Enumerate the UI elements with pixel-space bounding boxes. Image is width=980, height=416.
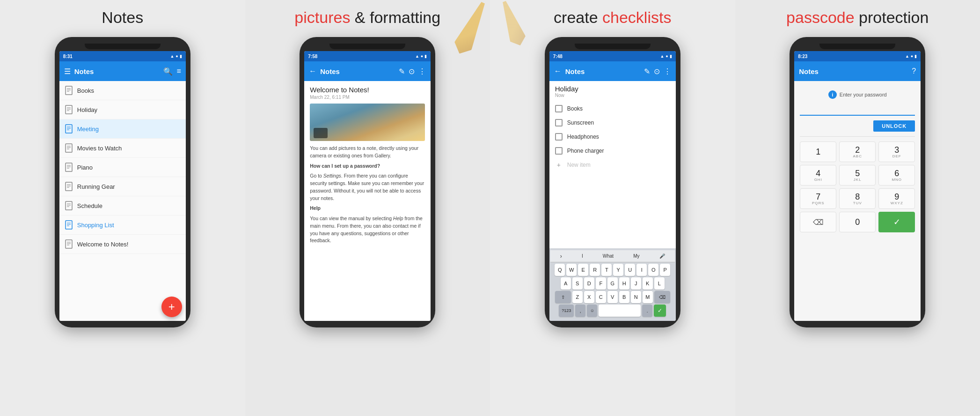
menu-icon-1[interactable]: ☰ [64, 67, 71, 76]
kb-suggest-chevron[interactable]: › [560, 253, 562, 260]
checklist-label-sunscreen: Sunscreen [567, 119, 594, 126]
kb-key-comma[interactable]: , [575, 305, 585, 317]
panel3-title: create checklists [554, 8, 671, 27]
note-item-holiday[interactable]: Holiday [59, 100, 186, 119]
kb-key-space[interactable] [599, 305, 641, 317]
kb-key-emoji[interactable]: ☺ [587, 305, 597, 317]
kb-key-delete[interactable]: ⌫ [654, 291, 670, 303]
kb-key-123[interactable]: ?123 [559, 305, 574, 317]
phone-notch-1 [85, 44, 161, 49]
checkbox-sunscreen[interactable] [555, 119, 563, 126]
back-icon-2[interactable]: ← [309, 67, 316, 75]
kb-key-c[interactable]: C [596, 291, 606, 303]
numpad-key-7[interactable]: 7 PQRS [800, 188, 836, 209]
kb-key-r[interactable]: R [590, 264, 600, 276]
edit-icon-3[interactable]: ✎ [644, 67, 650, 76]
numpad-key-8[interactable]: 8 TUV [839, 188, 876, 209]
kb-key-w[interactable]: W [566, 264, 577, 276]
help-icon-4[interactable]: ? [912, 67, 916, 75]
kb-key-d[interactable]: D [584, 277, 594, 290]
kb-row-2: A S D F G H J K L [550, 277, 675, 290]
kb-key-f[interactable]: F [596, 277, 606, 290]
passcode-input[interactable] [800, 104, 915, 116]
kb-suggest-i[interactable]: I [582, 253, 583, 259]
note-item-books[interactable]: Books [59, 81, 186, 100]
note-item-welcome[interactable]: Welcome to Notes! [59, 235, 186, 254]
numpad-key-1[interactable]: 1 [800, 141, 836, 162]
camera-icon-3[interactable]: ⊙ [654, 67, 660, 76]
numpad-key-9[interactable]: 9 WXYZ [878, 188, 915, 209]
numpad-key-0[interactable]: 0 [839, 212, 876, 232]
search-icon-1[interactable]: 🔍 [163, 67, 173, 76]
numpad-key-check[interactable]: ✓ [878, 212, 915, 232]
numpad-key-3[interactable]: 3 DEF [878, 141, 915, 162]
kb-key-l[interactable]: L [654, 277, 665, 290]
kb-key-period[interactable]: . [642, 305, 652, 317]
fab-add[interactable]: + [161, 297, 182, 317]
note-text-2: Go to Settings. From there you can confi… [310, 172, 425, 202]
unlock-button[interactable]: UNLOCK [873, 120, 915, 132]
kb-key-x[interactable]: X [584, 291, 594, 303]
note-label-movies: Movies to Watch [77, 145, 122, 152]
kb-key-shift[interactable]: ⇧ [555, 291, 571, 303]
kb-key-s[interactable]: S [572, 277, 583, 290]
kb-key-q[interactable]: Q [555, 264, 565, 276]
note-label-holiday: Holiday [77, 106, 97, 113]
kb-key-p[interactable]: P [660, 264, 670, 276]
new-item-row[interactable]: + New item [549, 158, 676, 172]
app-bar-title-3: Notes [565, 67, 640, 75]
numpad-key-6[interactable]: 6 MNO [878, 165, 915, 186]
app-bar-4: Notes ? [794, 61, 921, 81]
kb-suggest-mic[interactable]: 🎤 [659, 253, 665, 259]
camera-icon-2[interactable]: ⊙ [409, 67, 415, 76]
kb-key-y[interactable]: Y [613, 264, 623, 276]
edit-icon-2[interactable]: ✎ [399, 67, 405, 76]
note-item-meeting[interactable]: Meeting [59, 119, 186, 139]
checklist-item-phone-charger[interactable]: Phone charger [549, 144, 676, 158]
phone-notch-3 [575, 44, 651, 49]
numpad-key-delete[interactable]: ⌫ [800, 212, 836, 232]
kb-key-h[interactable]: H [619, 277, 629, 290]
kb-key-u[interactable]: U [625, 264, 635, 276]
numpad-key-2[interactable]: 2 ABC [839, 141, 876, 162]
kb-key-o[interactable]: O [648, 264, 658, 276]
checklist-item-sunscreen[interactable]: Sunscreen [549, 116, 676, 130]
note-item-piano[interactable]: Piano [59, 158, 186, 177]
kb-key-g[interactable]: G [607, 277, 618, 290]
kb-key-enter[interactable]: ✓ [654, 305, 666, 317]
back-icon-3[interactable]: ← [554, 67, 562, 75]
checkbox-books[interactable] [555, 105, 563, 112]
overflow-icon-2[interactable]: ⋮ [418, 67, 426, 76]
checklist-item-books[interactable]: Books [549, 102, 676, 116]
note-text-3: You can view the manual by selecting Hel… [310, 215, 425, 245]
kb-key-e[interactable]: E [578, 264, 588, 276]
kb-key-n[interactable]: N [631, 291, 641, 303]
note-detail-title: Welcome to Notes! [310, 86, 425, 94]
app-bar-title-4: Notes [799, 67, 908, 75]
checklist-item-headphones[interactable]: Headphones [549, 130, 676, 144]
filter-icon-1[interactable]: ≡ [176, 67, 181, 75]
note-item-running[interactable]: Running Gear [59, 177, 186, 196]
overflow-icon-3[interactable]: ⋮ [664, 67, 671, 76]
kb-key-j[interactable]: J [631, 277, 641, 290]
kb-key-b[interactable]: B [619, 291, 629, 303]
kb-key-z[interactable]: Z [572, 291, 583, 303]
kb-suggest-what[interactable]: What [603, 253, 614, 259]
kb-key-k[interactable]: K [643, 277, 653, 290]
kb-key-t[interactable]: T [601, 264, 612, 276]
status-time-1: 8:31 [63, 54, 73, 59]
checkbox-phone-charger[interactable] [555, 147, 563, 155]
kb-key-a[interactable]: A [561, 277, 571, 290]
check-icon: ✓ [893, 217, 900, 227]
kb-key-m[interactable]: M [643, 291, 653, 303]
numpad-key-5[interactable]: 5 JKL [839, 165, 876, 186]
note-item-schedule[interactable]: Schedule [59, 196, 186, 215]
note-item-movies[interactable]: Movies to Watch [59, 139, 186, 158]
kb-key-v[interactable]: V [607, 291, 618, 303]
kb-key-i[interactable]: I [636, 264, 647, 276]
note-item-shopping[interactable]: Shopping List [59, 215, 186, 235]
kb-suggest-my[interactable]: My [633, 253, 639, 259]
numpad-key-4[interactable]: 4 GHI [800, 165, 836, 186]
signal-icon-1: ▲ [170, 54, 174, 59]
checkbox-headphones[interactable] [555, 133, 563, 141]
